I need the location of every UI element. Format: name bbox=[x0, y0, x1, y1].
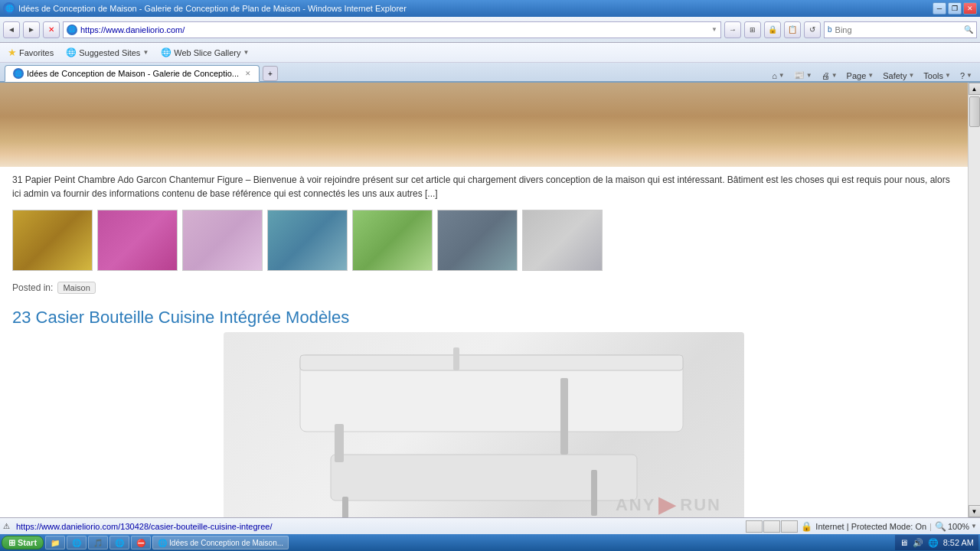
cert-button[interactable]: 📋 bbox=[784, 21, 801, 38]
start-icon: ⊞ bbox=[8, 538, 15, 548]
taskbar-clock: 8:52 AM bbox=[943, 538, 974, 547]
web-slice-icon: 🌐 bbox=[161, 47, 172, 57]
thumbnail-6[interactable] bbox=[437, 210, 518, 271]
tab-title: Idées de Conception de Maison - Galerie … bbox=[27, 69, 239, 78]
status-btn-2[interactable] bbox=[763, 520, 780, 533]
rss-button[interactable]: 📰 ▼ bbox=[791, 70, 815, 81]
stop-button[interactable]: ✕ bbox=[43, 21, 60, 38]
compatibility-button[interactable]: ⊞ bbox=[744, 21, 761, 38]
forward-button[interactable]: ► bbox=[23, 21, 40, 38]
minimize-button[interactable]: ─ bbox=[933, 2, 946, 15]
page-wrapper: 31 Papier Peint Chambre Ado Garcon Chant… bbox=[0, 83, 968, 517]
taskbar-btn-4[interactable]: 🌐 bbox=[109, 536, 129, 549]
taskbar-ie-active[interactable]: 🌐 Idées de Conception de Maison... bbox=[152, 536, 289, 549]
thumbnail-1[interactable] bbox=[12, 210, 93, 271]
status-btn-3[interactable] bbox=[781, 520, 798, 533]
rss-dropdown-icon: ▼ bbox=[806, 72, 812, 79]
favorites-label: Favorites bbox=[19, 48, 54, 57]
new-tab-button[interactable]: + bbox=[263, 66, 278, 81]
thumbnail-image-1 bbox=[13, 210, 92, 270]
status-zone: Internet | Protected Mode: On bbox=[815, 522, 926, 531]
tray-network-icon: 🖥 bbox=[900, 538, 908, 547]
restore-button[interactable]: ❐ bbox=[948, 2, 962, 15]
tab-icon: 🌐 bbox=[13, 68, 24, 79]
search-box[interactable]: b 🔍 bbox=[824, 21, 977, 38]
web-slice-dropdown-icon: ▼ bbox=[243, 49, 250, 56]
back-button[interactable]: ◄ bbox=[3, 21, 20, 38]
page-button[interactable]: Page ▼ bbox=[844, 70, 877, 81]
thumbnail-image-6 bbox=[438, 210, 517, 270]
security-button[interactable]: 🔒 bbox=[764, 21, 781, 38]
scroll-down-button[interactable]: ▼ bbox=[969, 505, 981, 517]
title-bar: 🌐 Idées de Conception de Maison - Galeri… bbox=[0, 0, 980, 17]
security-icon: ⚠ bbox=[3, 522, 10, 530]
taskbar-active-icon: 🌐 bbox=[158, 539, 167, 547]
navigation-bar: ◄ ► ✕ 🌐 ▼ → ⊞ 🔒 📋 ↺ b 🔍 bbox=[0, 17, 980, 43]
main-content: 31 Papier Peint Chambre Ado Garcon Chant… bbox=[0, 83, 968, 517]
safety-dropdown-icon: ▼ bbox=[908, 72, 914, 79]
home-button[interactable]: ⌂ ▼ bbox=[769, 70, 788, 81]
help-button[interactable]: ? ▼ bbox=[957, 70, 975, 81]
reload-button[interactable]: ↺ bbox=[804, 21, 821, 38]
svg-rect-7 bbox=[591, 470, 597, 516]
address-dropdown-icon[interactable]: ▼ bbox=[711, 26, 717, 33]
stop-icon: ✕ bbox=[48, 25, 54, 34]
tab-close-button[interactable]: ✕ bbox=[245, 70, 251, 77]
status-url: https://www.danieliorio.com/130428/casie… bbox=[13, 522, 743, 531]
suggested-sites-item[interactable]: 🌐 Suggested Sites ▼ bbox=[63, 47, 152, 58]
taskbar-btn-3[interactable]: 🎵 bbox=[88, 536, 108, 549]
tray-ie-icon: 🌐 bbox=[928, 538, 939, 548]
tab-bar: 🌐 Idées de Conception de Maison - Galeri… bbox=[0, 63, 980, 83]
content-area: 31 Papier Peint Chambre Ado Garcon Chant… bbox=[0, 83, 980, 517]
scroll-thumb[interactable] bbox=[969, 96, 980, 127]
tools-button[interactable]: Tools ▼ bbox=[920, 70, 954, 81]
zoom-indicator[interactable]: 🔍 100% ▼ bbox=[935, 521, 977, 532]
thumbnail-image-2 bbox=[98, 210, 177, 270]
thumbnail-3[interactable] bbox=[182, 210, 263, 271]
web-slice-gallery-item[interactable]: 🌐 Web Slice Gallery ▼ bbox=[158, 47, 252, 58]
play-icon: ▶ bbox=[658, 492, 677, 517]
address-bar[interactable]: 🌐 ▼ bbox=[63, 21, 721, 38]
maison-tag[interactable]: Maison bbox=[57, 282, 95, 294]
back-icon: ◄ bbox=[8, 25, 15, 34]
thumbnail-7[interactable] bbox=[522, 210, 603, 271]
window-controls[interactable]: ─ ❐ ✕ bbox=[933, 2, 977, 15]
scroll-track[interactable] bbox=[969, 95, 980, 505]
go-button[interactable]: → bbox=[724, 21, 741, 38]
scroll-up-button[interactable]: ▲ bbox=[969, 83, 981, 95]
status-btn-1[interactable] bbox=[746, 520, 763, 533]
taskbar-btn-2[interactable]: 🌐 bbox=[67, 536, 87, 549]
taskbar-btn-5[interactable]: ⛔ bbox=[131, 536, 151, 549]
taskbar-ie-btn-1[interactable]: 📁 bbox=[45, 536, 65, 549]
tray-volume-icon: 🔊 bbox=[913, 538, 923, 548]
suggested-sites-dropdown-icon: ▼ bbox=[142, 49, 149, 56]
scrollbar-right[interactable]: ▲ ▼ bbox=[968, 83, 980, 517]
help-icon: ? bbox=[960, 71, 965, 80]
start-label: Start bbox=[18, 538, 37, 547]
thumbnails-row bbox=[0, 207, 968, 279]
favorites-star-icon: ★ bbox=[8, 47, 17, 58]
article2-title[interactable]: 23 Casier Bouteille Cuisine Intégrée Mod… bbox=[0, 302, 968, 332]
thumbnail-5[interactable] bbox=[352, 210, 433, 271]
active-tab[interactable]: 🌐 Idées de Conception de Maison - Galeri… bbox=[5, 65, 260, 82]
print-button[interactable]: 🖨 ▼ bbox=[818, 70, 841, 81]
close-button[interactable]: ✕ bbox=[963, 2, 977, 15]
posted-in-label: Posted in: bbox=[12, 282, 53, 293]
thumbnail-image-3 bbox=[183, 210, 262, 270]
thumbnail-image-5 bbox=[353, 210, 432, 270]
thumbnail-4[interactable] bbox=[267, 210, 348, 271]
forward-icon: ► bbox=[28, 25, 35, 34]
thumbnail-2[interactable] bbox=[97, 210, 178, 271]
start-button[interactable]: ⊞ Start bbox=[2, 536, 44, 549]
favorites-button[interactable]: ★ Favorites bbox=[5, 46, 57, 59]
address-input[interactable] bbox=[80, 25, 711, 34]
search-icon[interactable]: 🔍 bbox=[964, 25, 973, 34]
zoom-dropdown-icon[interactable]: ▼ bbox=[971, 523, 977, 530]
suggested-sites-icon: 🌐 bbox=[66, 47, 77, 57]
safety-button[interactable]: Safety ▼ bbox=[880, 70, 917, 81]
svg-rect-5 bbox=[453, 347, 459, 370]
status-progress bbox=[746, 520, 798, 533]
search-input[interactable] bbox=[835, 25, 961, 34]
zoom-icon: 🔍 bbox=[935, 521, 946, 532]
svg-rect-6 bbox=[342, 497, 348, 517]
